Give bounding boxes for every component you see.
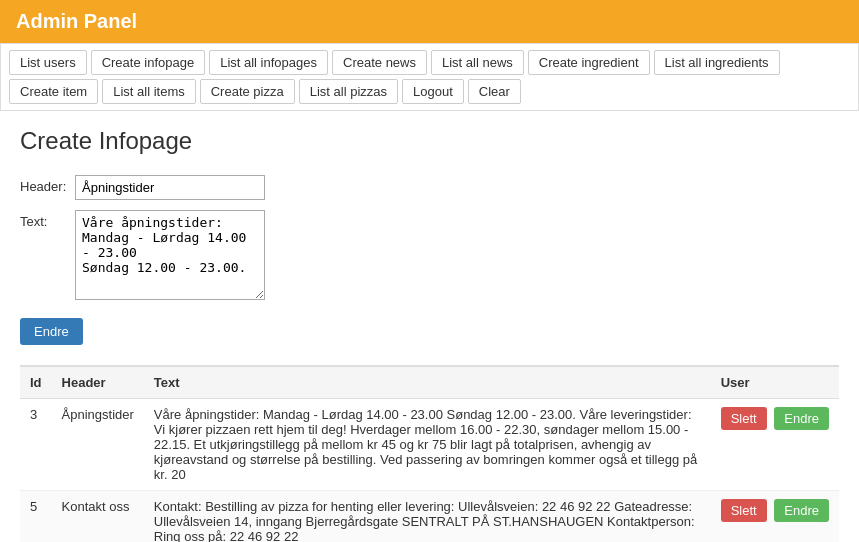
nav-list-ingredients[interactable]: List all ingredients	[654, 50, 780, 75]
page-title: Create Infopage	[20, 127, 839, 155]
cell-id: 5	[20, 491, 52, 543]
nav-list-users[interactable]: List users	[9, 50, 87, 75]
admin-header: Admin Panel	[0, 0, 859, 43]
header-input[interactable]	[75, 175, 265, 200]
cell-user: Slett Endre	[711, 491, 839, 543]
endre-button[interactable]: Endre	[774, 499, 829, 522]
text-input[interactable]: Våre åpningstider: Mandag - Lørdag 14.00…	[75, 210, 265, 300]
nav-list-news[interactable]: List all news	[431, 50, 524, 75]
nav-create-infopage[interactable]: Create infopage	[91, 50, 206, 75]
page-content: Create Infopage Header: Text: Våre åpnin…	[0, 111, 859, 542]
admin-title: Admin Panel	[16, 10, 843, 33]
cell-text: Våre åpningstider: Mandag - Lørdag 14.00…	[144, 399, 711, 491]
create-infopage-form: Header: Text: Våre åpningstider: Mandag …	[20, 175, 839, 345]
slett-button[interactable]: Slett	[721, 499, 767, 522]
cell-text: Kontakt: Bestilling av pizza for henting…	[144, 491, 711, 543]
text-row: Text: Våre åpningstider: Mandag - Lørdag…	[20, 210, 839, 300]
nav-list-items[interactable]: List all items	[102, 79, 196, 104]
col-header-header: Header	[52, 366, 144, 399]
col-user-header: User	[711, 366, 839, 399]
submit-button[interactable]: Endre	[20, 318, 83, 345]
text-label: Text:	[20, 210, 75, 229]
header-label: Header:	[20, 175, 75, 194]
table-row: 5 Kontakt oss Kontakt: Bestilling av piz…	[20, 491, 839, 543]
nav-create-item[interactable]: Create item	[9, 79, 98, 104]
cell-header: Kontakt oss	[52, 491, 144, 543]
endre-button[interactable]: Endre	[774, 407, 829, 430]
col-id-header: Id	[20, 366, 52, 399]
nav-list-pizzas[interactable]: List all pizzas	[299, 79, 398, 104]
table-header-row: Id Header Text User	[20, 366, 839, 399]
table-row: 3 Åpningstider Våre åpningstider: Mandag…	[20, 399, 839, 491]
nav-create-pizza[interactable]: Create pizza	[200, 79, 295, 104]
nav-bar: List users Create infopage List all info…	[0, 43, 859, 111]
slett-button[interactable]: Slett	[721, 407, 767, 430]
nav-create-news[interactable]: Create news	[332, 50, 427, 75]
infopage-table: Id Header Text User 3 Åpningstider Våre …	[20, 365, 839, 542]
col-text-header: Text	[144, 366, 711, 399]
nav-clear[interactable]: Clear	[468, 79, 521, 104]
cell-user: Slett Endre	[711, 399, 839, 491]
cell-header: Åpningstider	[52, 399, 144, 491]
nav-logout[interactable]: Logout	[402, 79, 464, 104]
header-row: Header:	[20, 175, 839, 200]
nav-create-ingredient[interactable]: Create ingredient	[528, 50, 650, 75]
cell-id: 3	[20, 399, 52, 491]
nav-list-infopages[interactable]: List all infopages	[209, 50, 328, 75]
